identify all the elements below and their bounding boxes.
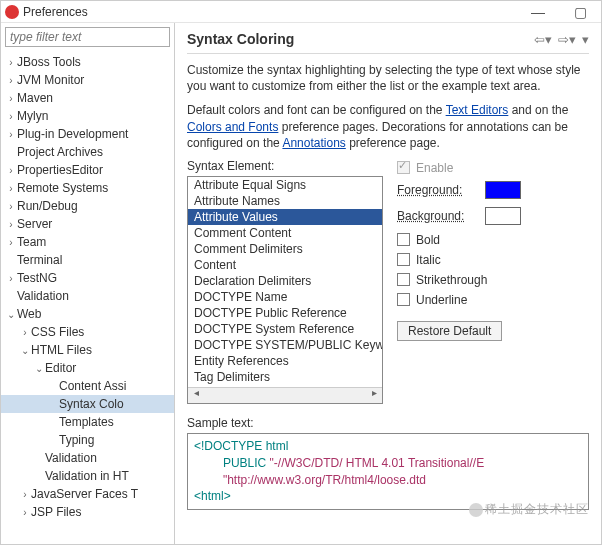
tree-item[interactable]: ›Maven bbox=[1, 89, 174, 107]
tree-item-label: Validation bbox=[45, 451, 97, 465]
tree-item[interactable]: ⌄HTML Files bbox=[1, 341, 174, 359]
tree-item[interactable]: Project Archives bbox=[1, 143, 174, 161]
restore-default-button[interactable]: Restore Default bbox=[397, 321, 502, 341]
tree-item-label: Content Assi bbox=[59, 379, 126, 393]
tree-item[interactable]: Validation bbox=[1, 449, 174, 467]
tree-item[interactable]: Validation in HT bbox=[1, 467, 174, 485]
list-item[interactable]: Attribute Names bbox=[188, 193, 382, 209]
sample-label: Sample text: bbox=[187, 416, 589, 430]
tree-item[interactable]: ›TestNG bbox=[1, 269, 174, 287]
tree-item[interactable]: ›JSP Files bbox=[1, 503, 174, 521]
scroll-left-icon[interactable]: ◂ bbox=[188, 387, 204, 403]
tree-item[interactable]: Syntax Colo bbox=[1, 395, 174, 413]
tree-item[interactable]: ›JVM Monitor bbox=[1, 71, 174, 89]
preference-page: Syntax Coloring ⇦▾ ⇨▾ ▾ Customize the sy… bbox=[175, 23, 601, 544]
list-item[interactable]: Tag Delimiters bbox=[188, 369, 382, 385]
list-item[interactable]: DOCTYPE System Reference bbox=[188, 321, 382, 337]
tree-item[interactable]: Content Assi bbox=[1, 377, 174, 395]
tree-item-label: CSS Files bbox=[31, 325, 84, 339]
window-title: Preferences bbox=[23, 1, 88, 23]
chevron-right-icon[interactable]: › bbox=[5, 273, 17, 284]
sample-text[interactable]: <!DOCTYPE html PUBLIC "-//W3C/DTD/ HTML … bbox=[187, 433, 589, 510]
chevron-right-icon[interactable]: › bbox=[5, 111, 17, 122]
enable-row: Enable bbox=[397, 161, 589, 175]
list-item[interactable]: Comment Delimiters bbox=[188, 241, 382, 257]
preferences-tree[interactable]: ›JBoss Tools›JVM Monitor›Maven›Mylyn›Plu… bbox=[1, 51, 174, 523]
tree-item[interactable]: Templates bbox=[1, 413, 174, 431]
tree-item[interactable]: ›Mylyn bbox=[1, 107, 174, 125]
list-item[interactable]: Comment Content bbox=[188, 225, 382, 241]
filter-input[interactable] bbox=[5, 27, 170, 47]
list-item[interactable]: Content bbox=[188, 257, 382, 273]
chevron-right-icon[interactable]: › bbox=[5, 75, 17, 86]
chevron-right-icon[interactable]: › bbox=[5, 201, 17, 212]
chevron-right-icon[interactable]: › bbox=[5, 165, 17, 176]
annotations-link[interactable]: Annotations bbox=[282, 136, 345, 150]
scroll-right-icon[interactable]: ▸ bbox=[366, 387, 382, 403]
text-editors-link[interactable]: Text Editors bbox=[446, 103, 509, 117]
chevron-right-icon[interactable]: › bbox=[19, 507, 31, 518]
tree-item[interactable]: ›PropertiesEditor bbox=[1, 161, 174, 179]
list-item[interactable]: DOCTYPE Public Reference bbox=[188, 305, 382, 321]
minimize-button[interactable]: — bbox=[517, 1, 559, 23]
tree-item-label: Project Archives bbox=[17, 145, 103, 159]
list-item[interactable]: Entity References bbox=[188, 353, 382, 369]
chevron-right-icon[interactable]: › bbox=[5, 237, 17, 248]
chevron-right-icon[interactable]: › bbox=[5, 57, 17, 68]
forward-icon[interactable]: ⇨▾ bbox=[558, 32, 576, 47]
tree-item[interactable]: ›JavaServer Faces T bbox=[1, 485, 174, 503]
preferences-tree-panel: ›JBoss Tools›JVM Monitor›Maven›Mylyn›Plu… bbox=[1, 23, 175, 544]
bold-checkbox[interactable] bbox=[397, 233, 410, 246]
page-title: Syntax Coloring bbox=[187, 31, 528, 47]
tree-item[interactable]: ›Plug-in Development bbox=[1, 125, 174, 143]
tree-item[interactable]: ›Run/Debug bbox=[1, 197, 174, 215]
chevron-right-icon[interactable]: › bbox=[5, 129, 17, 140]
colors-fonts-link[interactable]: Colors and Fonts bbox=[187, 120, 278, 134]
tree-item-label: Plug-in Development bbox=[17, 127, 128, 141]
tree-item[interactable]: Validation bbox=[1, 287, 174, 305]
bold-label: Bold bbox=[416, 233, 440, 247]
tree-item[interactable]: ›Server bbox=[1, 215, 174, 233]
tree-item-label: Templates bbox=[59, 415, 114, 429]
menu-icon[interactable]: ▾ bbox=[582, 32, 589, 47]
tree-item-label: Typing bbox=[59, 433, 94, 447]
list-item[interactable]: Attribute Values bbox=[188, 209, 382, 225]
list-item[interactable]: DOCTYPE Name bbox=[188, 289, 382, 305]
tree-item[interactable]: Terminal bbox=[1, 251, 174, 269]
background-swatch[interactable] bbox=[485, 207, 521, 225]
tree-item[interactable]: Typing bbox=[1, 431, 174, 449]
tree-item[interactable]: ⌄Editor bbox=[1, 359, 174, 377]
list-item[interactable]: DOCTYPE SYSTEM/PUBLIC Keywo bbox=[188, 337, 382, 353]
syntax-element-list[interactable]: Attribute Equal SignsAttribute NamesAttr… bbox=[187, 176, 383, 404]
chevron-down-icon[interactable]: ⌄ bbox=[19, 345, 31, 356]
listbox-hscrollbar[interactable]: ◂ ▸ bbox=[188, 387, 382, 403]
chevron-down-icon[interactable]: ⌄ bbox=[33, 363, 45, 374]
list-item[interactable]: Declaration Delimiters bbox=[188, 273, 382, 289]
maximize-button[interactable]: ▢ bbox=[559, 1, 601, 23]
chevron-right-icon[interactable]: › bbox=[5, 183, 17, 194]
underline-checkbox[interactable] bbox=[397, 293, 410, 306]
tree-item[interactable]: ›Team bbox=[1, 233, 174, 251]
tree-item[interactable]: ⌄Web bbox=[1, 305, 174, 323]
back-icon[interactable]: ⇦▾ bbox=[534, 32, 552, 47]
tree-item-label: Maven bbox=[17, 91, 53, 105]
tree-item-label: Web bbox=[17, 307, 41, 321]
foreground-swatch[interactable] bbox=[485, 181, 521, 199]
tree-item-label: Terminal bbox=[17, 253, 62, 267]
tree-item[interactable]: ›JBoss Tools bbox=[1, 53, 174, 71]
tree-item[interactable]: ›Remote Systems bbox=[1, 179, 174, 197]
chevron-down-icon[interactable]: ⌄ bbox=[5, 309, 17, 320]
tree-item-label: JBoss Tools bbox=[17, 55, 81, 69]
tree-item-label: HTML Files bbox=[31, 343, 92, 357]
tree-item-label: PropertiesEditor bbox=[17, 163, 103, 177]
enable-label: Enable bbox=[416, 161, 453, 175]
chevron-right-icon[interactable]: › bbox=[19, 489, 31, 500]
chevron-right-icon[interactable]: › bbox=[5, 219, 17, 230]
list-item[interactable]: Attribute Equal Signs bbox=[188, 177, 382, 193]
chevron-right-icon[interactable]: › bbox=[5, 93, 17, 104]
strike-checkbox[interactable] bbox=[397, 273, 410, 286]
chevron-right-icon[interactable]: › bbox=[19, 327, 31, 338]
tree-item-label: Team bbox=[17, 235, 46, 249]
tree-item[interactable]: ›CSS Files bbox=[1, 323, 174, 341]
italic-checkbox[interactable] bbox=[397, 253, 410, 266]
